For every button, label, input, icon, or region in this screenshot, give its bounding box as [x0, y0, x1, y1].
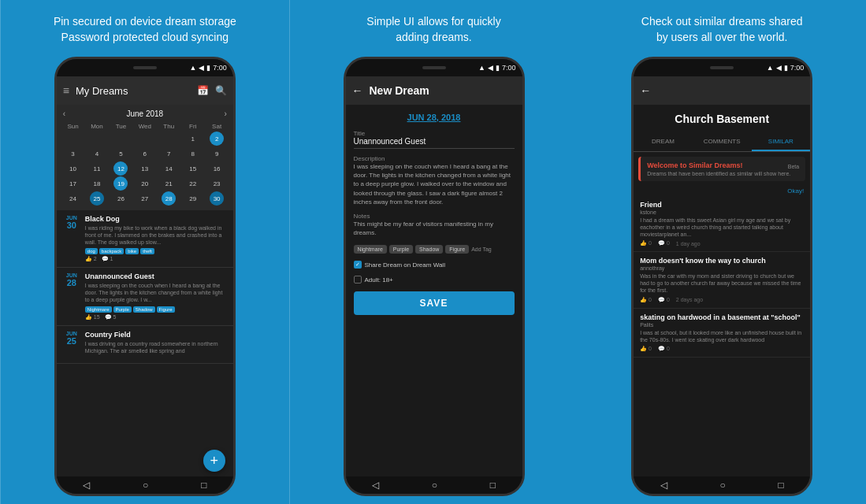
wifi-icon: ▲ — [189, 64, 196, 72]
nav-recents-1[interactable]: □ — [201, 480, 206, 491]
p2-desc-text[interactable]: I was sleeping on the couch when I heard… — [354, 162, 515, 206]
cal-prev-arrow[interactable]: ‹ — [63, 109, 65, 118]
p3-welcome-box: Welcome to Similar Dreams! Beta Dreams t… — [638, 157, 805, 181]
cal-day-2[interactable]: 2 — [210, 132, 224, 146]
cal-day-10[interactable]: 10 — [66, 161, 80, 176]
cal-day-9[interactable]: 9 — [210, 146, 224, 161]
dream-item-0[interactable]: JUN 30 Black Dog I was riding my bike to… — [57, 210, 233, 268]
cal-days: 1234567891011121314151617181920212223242… — [61, 132, 229, 206]
cal-day-4[interactable]: 4 — [90, 146, 104, 161]
cal-mon: Mon — [85, 121, 108, 132]
p3-welcome-title: Welcome to Similar Dreams! — [647, 161, 742, 169]
cal-day-28[interactable]: 28 — [162, 191, 176, 206]
cal-day-5[interactable]: 5 — [113, 146, 128, 161]
cal-next-arrow[interactable]: › — [224, 109, 226, 118]
cal-day-20[interactable]: 20 — [138, 176, 152, 191]
cal-day-7[interactable]: 7 — [162, 146, 176, 161]
p3-tabs: DREAMCOMMENTSSIMILAR — [634, 133, 810, 152]
menu-icon[interactable]: ≡ — [63, 84, 69, 97]
calendar-icon[interactable]: 📅 — [197, 85, 209, 96]
cal-day-23[interactable]: 23 — [210, 176, 224, 191]
cal-day-11[interactable]: 11 — [90, 161, 104, 176]
dream-date: JUN 30 — [63, 215, 80, 262]
dream-tag: Figure — [157, 306, 175, 313]
p3-entry-user: kstone — [640, 209, 804, 215]
cal-day-8[interactable]: 8 — [186, 146, 200, 161]
nav-back-3[interactable]: ◁ — [660, 480, 667, 491]
p2-tag[interactable]: Purple — [389, 245, 413, 254]
p2-tag[interactable]: Shadow — [415, 245, 443, 254]
comment-icon: 💬 0 — [658, 346, 670, 352]
p2-tag[interactable]: Figure — [445, 245, 469, 254]
cal-day-22[interactable]: 22 — [186, 176, 200, 191]
cal-header: ‹ June 2018 › — [61, 109, 229, 118]
p2-share-label: Share Dream on Dream Wall — [365, 261, 445, 269]
p2-notes-text[interactable]: This might be my fear of visitors manife… — [354, 220, 515, 237]
p2-save-button[interactable]: SAVE — [354, 291, 515, 315]
nav-recents-2[interactable]: □ — [490, 480, 496, 491]
p2-adult-row[interactable]: Adult: 18+ — [354, 276, 515, 284]
cal-day-6[interactable]: 6 — [138, 146, 152, 161]
p2-tag[interactable]: Nightmare — [354, 245, 387, 254]
p3-back-btn[interactable]: ← — [640, 84, 651, 97]
p2-title-label: Title — [354, 130, 515, 137]
dream-tag: Nightmare — [85, 306, 112, 313]
panel-1: Pin secured on device dream storage Pass… — [0, 0, 290, 504]
nav-home-3[interactable]: ○ — [719, 480, 725, 491]
p2-title-value[interactable]: Unannounced Guest — [354, 137, 515, 149]
p3-entry-title: Friend — [640, 201, 804, 209]
nav-recents-3[interactable]: □ — [778, 480, 783, 491]
p3-entry-title: Mom doesn't know the way to church — [640, 257, 804, 265]
cal-day-27[interactable]: 27 — [138, 191, 152, 206]
cal-day-24[interactable]: 24 — [66, 191, 80, 206]
p3-similar-content: Welcome to Similar Dreams! Beta Dreams t… — [634, 152, 810, 476]
wifi-icon-3: ▲ — [767, 64, 774, 72]
cal-day-26[interactable]: 26 — [113, 191, 128, 206]
cal-day-18[interactable]: 18 — [90, 176, 104, 191]
search-icon[interactable]: 🔍 — [215, 85, 227, 96]
p2-notes-field: Notes This might be my fear of visitors … — [354, 211, 515, 237]
dream-day: 30 — [67, 220, 76, 230]
dream-day: 25 — [67, 336, 76, 346]
p3-tab-comments[interactable]: COMMENTS — [693, 133, 752, 151]
p2-adult-checkbox[interactable] — [354, 276, 362, 284]
p2-back-btn[interactable]: ← — [352, 84, 363, 97]
nav-home-1[interactable]: ○ — [143, 480, 148, 491]
fab-add-dream[interactable]: + — [203, 450, 225, 472]
time-ago: 2 days ago — [676, 297, 703, 302]
cal-day-21[interactable]: 21 — [162, 176, 176, 191]
p3-similar-dream-1[interactable]: Mom doesn't know the way to church annot… — [634, 252, 810, 308]
cal-day-13[interactable]: 13 — [138, 161, 152, 176]
cal-day-17[interactable]: 17 — [66, 176, 80, 191]
cal-day-empty — [90, 132, 104, 146]
like-icon: 👍 15 — [85, 314, 100, 321]
nav-back-1[interactable]: ◁ — [83, 480, 90, 491]
p3-similar-dream-2[interactable]: skating on hardwood in a basement at "sc… — [634, 309, 810, 358]
nav-back-2[interactable]: ◁ — [372, 480, 379, 491]
cal-day-1[interactable]: 1 — [186, 132, 200, 146]
cal-day-29[interactable]: 29 — [186, 191, 200, 206]
p2-desc-label: Description — [354, 155, 515, 162]
dream-title: Unannounced Guest — [85, 272, 227, 280]
cal-day-30[interactable]: 30 — [210, 191, 224, 206]
cal-fri: Fri — [181, 121, 204, 132]
cal-day-19[interactable]: 19 — [113, 176, 128, 191]
p3-tab-similar[interactable]: SIMILAR — [752, 133, 811, 151]
cal-day-3[interactable]: 3 — [66, 146, 80, 161]
dream-item-2[interactable]: JUN 25 Country Field I was driving on a … — [57, 326, 233, 364]
p2-add-tag-btn[interactable]: Add Tag — [471, 246, 492, 252]
cal-day-empty — [162, 132, 176, 146]
p2-share-checkbox[interactable]: ✓ — [354, 261, 362, 269]
p3-okay-btn[interactable]: Okay! — [634, 186, 810, 196]
cal-day-15[interactable]: 15 — [186, 161, 200, 176]
dream-item-1[interactable]: JUN 28 Unannounced Guest I was sleeping … — [57, 268, 233, 325]
nav-home-2[interactable]: ○ — [432, 480, 437, 491]
p2-share-row[interactable]: ✓ Share Dream on Dream Wall — [354, 261, 515, 269]
p3-similar-dream-0[interactable]: Friend kstone I had a dream with this sw… — [634, 196, 810, 252]
cal-day-16[interactable]: 16 — [210, 161, 224, 176]
cal-day-12[interactable]: 12 — [113, 161, 128, 176]
p3-tab-dream[interactable]: DREAM — [634, 133, 693, 151]
cal-day-14[interactable]: 14 — [162, 161, 176, 176]
cal-day-25[interactable]: 25 — [90, 191, 104, 206]
status-icons-3: ▲ ◀ ▮ 7:00 — [767, 64, 804, 72]
